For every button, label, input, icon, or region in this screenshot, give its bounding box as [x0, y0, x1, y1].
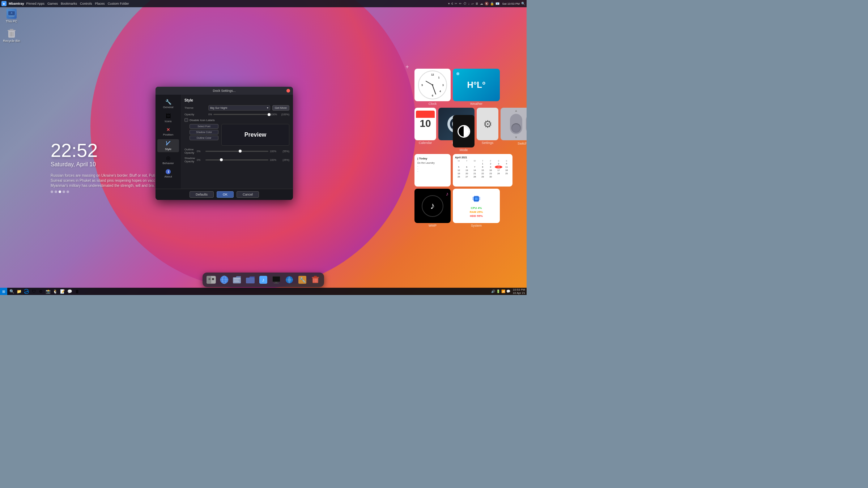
- cal-day-1[interactable]: 1: [479, 162, 486, 165]
- cal-day-30[interactable]: 30: [487, 175, 494, 178]
- taskbar-trash-bottom[interactable]: 🗑: [74, 288, 80, 295]
- shadow-color-button[interactable]: Shadow Color: [190, 130, 218, 134]
- dock-item-trash[interactable]: [310, 274, 321, 286]
- cal-day-28[interactable]: 28: [471, 175, 478, 178]
- taskbar-app-name[interactable]: Mbamtray: [9, 2, 24, 5]
- mini-calendar-widget[interactable]: April 2021 M T W T F S S 1 2 3: [453, 154, 512, 187]
- cal-day-empty2[interactable]: [463, 162, 471, 165]
- add-widget-button[interactable]: +: [404, 63, 411, 70]
- cal-day-7[interactable]: 7: [471, 166, 478, 168]
- tray-battery[interactable]: ▱: [471, 2, 474, 5]
- cal-day-empty3[interactable]: [471, 162, 478, 165]
- news-item-1[interactable]: Surreal scenes in Phuket as island pins …: [51, 179, 159, 183]
- news-dot-1[interactable]: [55, 191, 57, 193]
- taskbar-chat[interactable]: 💬: [67, 288, 73, 295]
- defaults-button[interactable]: Defaults: [190, 191, 214, 198]
- menu-item-custom[interactable]: Custom Folder: [108, 2, 129, 5]
- cal-day-22[interactable]: 22: [479, 172, 486, 175]
- menu-item-places[interactable]: Places: [95, 2, 105, 5]
- todo-widget[interactable]: | Today Do the Laundry - - -: [414, 154, 451, 187]
- cal-day-20[interactable]: 20: [463, 172, 471, 175]
- get-more-button[interactable]: Get More: [272, 105, 289, 111]
- dock-item-web[interactable]: [284, 274, 295, 286]
- tray-battery-bottom[interactable]: 🔋: [496, 290, 500, 293]
- taskbar-notepad[interactable]: 📝: [59, 288, 66, 295]
- dialog-close-button[interactable]: [286, 89, 290, 93]
- news-dot-3[interactable]: [63, 191, 65, 193]
- tray-chevron[interactable]: ▾: [448, 2, 450, 5]
- taskbar-files[interactable]: 📁: [16, 288, 22, 295]
- taskbar-linux[interactable]: 🐧: [52, 288, 59, 295]
- tray-volume-bottom[interactable]: 🔊: [491, 290, 495, 293]
- tray-download[interactable]: ↓: [468, 2, 470, 5]
- news-item-2[interactable]: Myanmar's military has underestimated th…: [51, 184, 159, 188]
- dock-item-files[interactable]: [231, 274, 243, 286]
- outline-color-button[interactable]: Outline Color: [190, 136, 218, 140]
- taskbar-search[interactable]: 🔍: [9, 288, 15, 295]
- mode-widget[interactable]: [453, 115, 475, 147]
- taskbar-search-icon[interactable]: 🔍: [521, 2, 525, 5]
- tray-volume[interactable]: 🔇: [485, 2, 489, 5]
- cal-day-2[interactable]: 2: [487, 162, 494, 165]
- cal-day-15[interactable]: 15: [479, 169, 486, 172]
- cal-day-11[interactable]: 11: [503, 166, 510, 168]
- cal-day-5[interactable]: 5: [455, 166, 463, 168]
- dock-item-music[interactable]: ♪: [258, 274, 269, 286]
- tray-clip[interactable]: ✂: [455, 2, 458, 5]
- news-dot-4[interactable]: [67, 191, 69, 193]
- cal-day-12[interactable]: 12: [455, 169, 463, 172]
- switches-widget[interactable]: ▲ ▼ ▲ ▼: [501, 108, 527, 140]
- news-dot-2[interactable]: [59, 191, 61, 193]
- cal-day-empty4[interactable]: [495, 175, 502, 178]
- dock-item-folder2[interactable]: [244, 274, 256, 286]
- clock-widget[interactable]: 12 3 6 9 1 4: [414, 69, 451, 101]
- desktop-icon-thispc[interactable]: This PC: [1, 9, 22, 23]
- tray-timer[interactable]: ⏱: [463, 2, 467, 5]
- tray-email[interactable]: 📧: [495, 2, 499, 5]
- outline-opacity-slider[interactable]: [205, 151, 268, 152]
- menu-item-bookmarks[interactable]: Bookmarks: [61, 2, 77, 5]
- dock-item-tv[interactable]: [271, 274, 282, 286]
- dialog-nav-about[interactable]: ℹ About: [157, 168, 179, 180]
- theme-dropdown[interactable]: Big Sur Night ▾: [208, 105, 270, 111]
- cal-day-26[interactable]: 26: [455, 175, 463, 178]
- tray-monitor[interactable]: 🖥: [475, 2, 478, 5]
- cal-day-6[interactable]: 6: [463, 166, 471, 168]
- cal-day-19[interactable]: 19: [455, 172, 463, 175]
- cancel-button[interactable]: Cancel: [237, 191, 259, 198]
- cal-day-29[interactable]: 29: [479, 175, 486, 178]
- cal-day-8[interactable]: 8: [479, 166, 486, 168]
- weather-widget[interactable]: H°L°: [453, 69, 500, 101]
- cal-day-23[interactable]: 23: [487, 172, 494, 175]
- cal-day-25[interactable]: 25: [503, 172, 510, 175]
- cal-day-10[interactable]: 10: [495, 166, 502, 168]
- wmp-widget[interactable]: ♪ ♪: [414, 189, 451, 223]
- dialog-nav-general[interactable]: 🔧 General: [157, 98, 179, 110]
- tray-wifi[interactable]: ☁: [480, 2, 483, 5]
- cal-day-empty5[interactable]: [503, 175, 510, 178]
- dock-item-finder[interactable]: [205, 274, 217, 286]
- start-button[interactable]: ⊞: [0, 288, 7, 295]
- dialog-nav-style[interactable]: Style: [157, 139, 179, 152]
- settings-widget[interactable]: ⚙: [477, 108, 498, 140]
- cal-day-24[interactable]: 24: [495, 172, 502, 175]
- cal-day-16[interactable]: 16: [487, 169, 494, 172]
- taskbar-shield[interactable]: 🛡: [30, 288, 37, 295]
- system-widget[interactable]: CPU 4% RAM 25% HDD 55%: [453, 189, 500, 223]
- dialog-nav-position[interactable]: ✕ Position: [157, 126, 179, 138]
- taskbar-camera[interactable]: 📸: [45, 288, 51, 295]
- select-font-button[interactable]: Select Font: [190, 124, 218, 129]
- menu-item-pinned[interactable]: Pinned Apps: [26, 2, 45, 5]
- tray-euro[interactable]: €: [451, 2, 453, 5]
- cal-day-empty1[interactable]: [455, 162, 463, 165]
- news-dot-0[interactable]: [51, 191, 53, 193]
- cal-day-3[interactable]: 3: [495, 162, 502, 165]
- menu-item-controls[interactable]: Controls: [80, 2, 92, 5]
- tray-lang[interactable]: 💬: [506, 290, 510, 293]
- shadow-opacity-slider[interactable]: [205, 159, 268, 160]
- cal-day-9[interactable]: 9: [487, 166, 494, 168]
- dialog-nav-behavior[interactable]: ◎ Behavior: [157, 154, 179, 166]
- dock-item-tools[interactable]: 🔧: [297, 274, 308, 286]
- cal-day-27[interactable]: 27: [463, 175, 471, 178]
- taskbar-edge[interactable]: [23, 288, 30, 295]
